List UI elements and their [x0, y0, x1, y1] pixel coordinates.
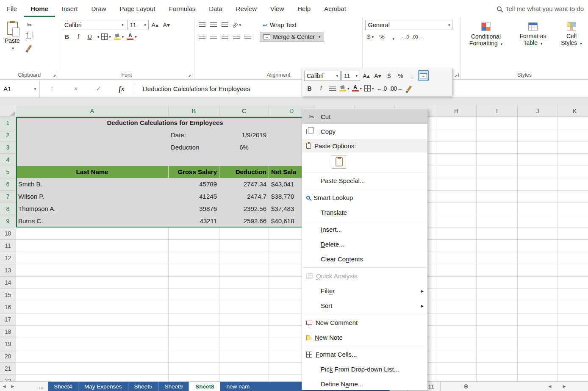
cell-j10[interactable] — [518, 227, 558, 240]
cell-k1[interactable] — [558, 117, 588, 129]
enter-icon[interactable]: ✓ — [87, 85, 110, 93]
font-dialog-launcher-icon[interactable] — [189, 73, 192, 77]
cell-k3[interactable] — [558, 141, 588, 154]
menu-item-translate[interactable]: Translate — [302, 205, 427, 220]
ribbon-tab-review[interactable]: Review — [229, 0, 263, 17]
mini-increase-decimal-button[interactable]: ←.0 — [376, 83, 388, 94]
cell-j5[interactable] — [518, 166, 558, 178]
cell-a10[interactable] — [16, 227, 169, 240]
cell-h5[interactable] — [436, 166, 477, 178]
number-dialog-launcher-icon[interactable] — [455, 73, 459, 77]
mini-accounting-button[interactable]: $ — [384, 70, 394, 81]
chevron-down-icon[interactable]: ▾ — [97, 35, 100, 39]
grow-font-button[interactable]: A▴ — [150, 20, 160, 30]
decrease-decimal-button[interactable]: .00→ — [411, 32, 423, 42]
cell-h6[interactable] — [436, 178, 477, 191]
cell-b5[interactable]: Gross Salary — [169, 166, 219, 178]
cell-k20[interactable] — [558, 350, 588, 363]
row-header-11[interactable]: 11 — [0, 240, 16, 252]
paste-button[interactable]: Paste▾ — [3, 20, 22, 69]
cell-a20[interactable] — [16, 350, 169, 363]
bold-button[interactable]: B — [62, 32, 72, 42]
cell-i1[interactable] — [477, 117, 518, 129]
cell-b12[interactable] — [169, 252, 219, 264]
cell-i4[interactable] — [477, 154, 518, 166]
cell-h1[interactable] — [436, 117, 477, 129]
cell-h14[interactable] — [436, 277, 477, 289]
conditional-formatting-button[interactable]: Conditional Formatting ▾ — [463, 21, 508, 69]
cell-c8[interactable]: 2392.56 — [219, 203, 269, 215]
cell-c21[interactable] — [219, 363, 269, 375]
cell-h20[interactable] — [436, 350, 477, 363]
mini-font-name-select[interactable]: Calibri▾ — [304, 71, 341, 81]
row-header-7[interactable]: 7 — [0, 191, 16, 203]
cell-b14[interactable] — [169, 277, 219, 289]
cell-j12[interactable] — [518, 252, 558, 264]
cell-c17[interactable] — [219, 313, 269, 326]
bottom-align-button[interactable] — [220, 20, 230, 30]
menu-item-filter[interactable]: Filter▸ — [302, 283, 427, 298]
cell-b8[interactable]: 39876 — [169, 203, 219, 215]
menu-item-paste-special[interactable]: Paste Special... — [302, 173, 427, 188]
cell-c15[interactable] — [219, 289, 269, 301]
ribbon-tab-view[interactable]: View — [263, 0, 291, 17]
cell-j4[interactable] — [518, 154, 558, 166]
cell-j16[interactable] — [518, 301, 558, 313]
menu-item-quick-analysis[interactable]: Quick Analysis — [302, 269, 427, 283]
cell-j3[interactable] — [518, 141, 558, 154]
increase-decimal-button[interactable]: ←.0 — [399, 32, 410, 42]
row-header-17[interactable]: 17 — [0, 313, 16, 326]
cell-k16[interactable] — [558, 301, 588, 313]
row-header-6[interactable]: 6 — [0, 178, 16, 191]
cell-j11[interactable] — [518, 240, 558, 252]
column-header-c[interactable]: C — [219, 105, 269, 117]
number-format-select[interactable]: General▾ — [365, 20, 452, 30]
sheet-tab-sheet4[interactable]: Sheet4 — [48, 382, 78, 391]
sheet-overflow-ellipsis[interactable]: ... — [35, 382, 48, 391]
mini-merge-center-button[interactable] — [418, 70, 429, 81]
align-center-button[interactable] — [208, 31, 219, 41]
cell-i15[interactable] — [477, 289, 518, 301]
cell-b21[interactable] — [169, 363, 219, 375]
cell-i18[interactable] — [477, 326, 518, 338]
cell-h7[interactable] — [436, 191, 477, 203]
font-color-button[interactable]: A▾ — [126, 32, 138, 42]
column-header-b[interactable]: B — [169, 105, 219, 117]
ribbon-tab-insert[interactable]: Insert — [55, 0, 85, 17]
cell-a3[interactable] — [16, 141, 169, 154]
mini-comma-button[interactable]: , — [407, 70, 417, 81]
cell-i20[interactable] — [477, 350, 518, 363]
cancel-icon[interactable]: × — [64, 85, 87, 93]
cell-k5[interactable] — [558, 166, 588, 178]
cell-h15[interactable] — [436, 289, 477, 301]
ribbon-tab-acrobat[interactable]: Acrobat — [317, 0, 353, 17]
cell-c2[interactable]: 1/9/2019 — [219, 129, 269, 141]
menu-item-smart-lookup[interactable]: Smart Lookup — [302, 190, 427, 205]
cell-k14[interactable] — [558, 277, 588, 289]
row-header-20[interactable]: 20 — [0, 350, 16, 363]
cell-b7[interactable]: 41245 — [169, 191, 219, 203]
cell-a21[interactable] — [16, 363, 169, 375]
cell-i19[interactable] — [477, 338, 518, 350]
cell-a19[interactable] — [16, 338, 169, 350]
font-name-select[interactable]: Calibri▾ — [62, 20, 126, 30]
cell-h9[interactable] — [436, 215, 477, 227]
column-header-h[interactable]: H — [436, 105, 477, 117]
cell-i5[interactable] — [477, 166, 518, 178]
cell-k7[interactable] — [558, 191, 588, 203]
merged-title-cell[interactable]: Deduction Calculations for Employees — [16, 117, 314, 129]
ribbon-tab-file[interactable]: File — [0, 0, 24, 17]
cell-h11[interactable] — [436, 240, 477, 252]
row-header-16[interactable]: 16 — [0, 301, 16, 313]
cell-i3[interactable] — [477, 141, 518, 154]
cell-k18[interactable] — [558, 326, 588, 338]
cell-b11[interactable] — [169, 240, 219, 252]
cell-b19[interactable] — [169, 338, 219, 350]
middle-align-button[interactable] — [208, 20, 219, 30]
cell-b20[interactable] — [169, 350, 219, 363]
mini-font-color-button[interactable]: A▾ — [351, 83, 363, 94]
cell-b18[interactable] — [169, 326, 219, 338]
align-right-button[interactable] — [220, 31, 230, 41]
mini-fill-color-button[interactable]: ▾ — [338, 83, 350, 94]
ribbon-tab-home[interactable]: Home — [24, 0, 55, 17]
